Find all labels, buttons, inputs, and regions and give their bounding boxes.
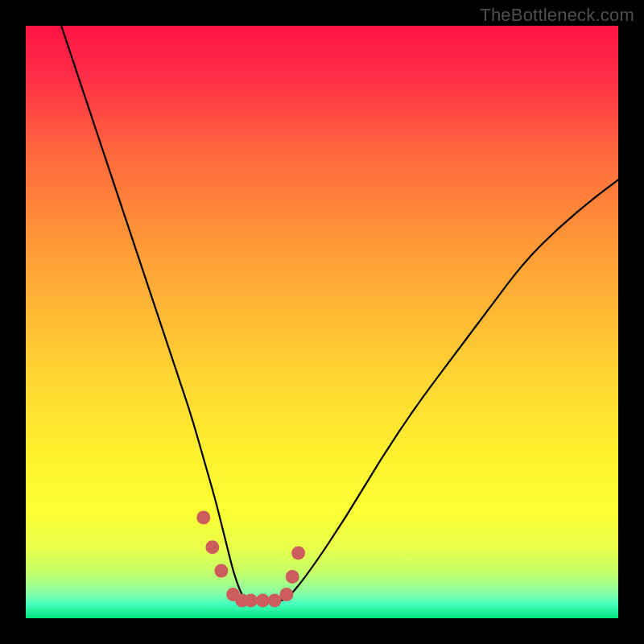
- highlight-dot: [279, 588, 293, 601]
- highlight-dot: [268, 593, 282, 607]
- highlight-dot: [214, 564, 228, 578]
- highlight-dot: [291, 547, 305, 560]
- plot-area: [26, 26, 618, 618]
- highlight-dot: [205, 540, 219, 554]
- highlight-dot: [196, 510, 210, 524]
- outer-frame: TheBottleneck.com: [0, 0, 644, 644]
- gradient-background: [26, 26, 618, 618]
- highlight-dot: [244, 593, 258, 607]
- watermark-text: TheBottleneck.com: [480, 5, 634, 26]
- highlight-dot: [286, 570, 299, 584]
- highlight-dot: [256, 593, 270, 607]
- chart-svg: [26, 26, 618, 618]
